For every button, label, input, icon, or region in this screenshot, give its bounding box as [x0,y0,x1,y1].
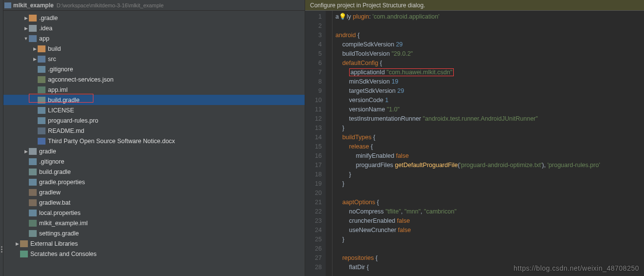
line-number: 22 [305,207,322,216]
tree-item[interactable]: local.properties [3,208,305,218]
code-line[interactable]: useNewCruncher false [335,226,602,235]
tree-item[interactable]: proguard-rules.pro [3,115,305,126]
code-line[interactable]: repositories { [335,254,602,263]
code-line[interactable]: versionCode 1 [335,96,602,105]
code-line[interactable]: cruncherEnabled false [335,216,602,226]
line-number: 18 [305,170,322,179]
tree-item-label: .idea [39,25,52,32]
code-line[interactable]: aaptOptions { [335,198,602,207]
project-tree[interactable]: ▶.gradle▶.idea▼app▶build▶src.gitignoreag… [3,11,305,276]
code-line[interactable]: noCompress "tflite", "mnn", "cambricon" [335,207,602,216]
code-line[interactable]: buildTypes { [335,133,602,142]
line-number-gutter: 1234567891011121314151617181920212223242… [305,11,326,276]
chevron-right-icon[interactable]: ▶ [23,149,29,154]
file-text-icon [38,117,45,124]
tree-item[interactable]: .gitignore [3,64,305,74]
tree-item-label: .gradle [39,15,58,21]
file-text-icon [29,210,37,216]
tree-item[interactable]: build.gradle [3,95,305,105]
tree-item[interactable]: ▶.gradle [3,13,305,23]
file-img-icon [38,86,45,93]
code-line[interactable]: flatDir { [335,263,602,272]
tree-item[interactable]: gradlew.bat [3,197,305,208]
tree-item[interactable]: ▶gradle [3,146,305,156]
code-line[interactable]: a💡ly plugin: 'com.android.application' [335,12,602,21]
code-line[interactable]: versionName "1.0" [335,105,602,114]
tree-item[interactable]: README.md [3,126,305,136]
tree-item[interactable]: ▶src [3,54,305,64]
code-line[interactable] [335,244,602,254]
chevron-down-icon[interactable]: ▼ [23,36,29,41]
tree-item[interactable]: settings.gradle [3,228,305,238]
tree-item-label: build.gradle [48,97,80,104]
code-line[interactable]: } [335,124,602,133]
tree-item-label: app [39,35,49,42]
folder-gray-icon [29,148,37,155]
banner-text: Configure project in Project Structure d… [310,2,425,9]
tree-item[interactable]: Scratches and Consoles [3,249,305,259]
tree-item[interactable]: gradlew [3,187,305,197]
tree-item[interactable]: ▼app [3,33,305,43]
tree-item[interactable]: build.gradle [3,167,305,177]
code-line[interactable]: } [335,170,602,179]
code-line[interactable]: release { [335,142,602,151]
tree-item-label: agconnect-services.json [48,76,113,83]
tree-item-label: .gitignore [39,158,64,165]
code-line[interactable]: } [335,235,602,244]
tree-item[interactable]: ▶build [3,43,305,54]
code-line[interactable]: defaultConfig { [335,59,602,68]
tree-item[interactable]: app.iml [3,85,305,95]
tree-item[interactable]: LICENSE [3,105,305,115]
code-line[interactable] [335,21,602,31]
chevron-right-icon[interactable]: ▶ [14,241,20,246]
line-number: 13 [305,124,322,133]
file-gradle-icon [29,169,37,175]
tree-item[interactable]: ▶.idea [3,23,305,33]
line-number: 3 [305,31,322,40]
line-number: 4 [305,40,322,49]
tree-item-label: Third Party Open Source Software Notice.… [48,138,175,145]
code-line[interactable]: applicationId "com.huawei.mlkit.csdn" [335,68,602,77]
tree-item-label: build [48,45,61,52]
line-number: 27 [305,254,322,263]
project-root-bar[interactable]: mlkit_example D:\workspace\mlkitdemo-3-1… [3,0,305,11]
tree-item-label: LICENSE [48,107,74,114]
folder-blue-icon [29,35,37,42]
line-number: 1 [305,12,322,21]
tree-item-label: Scratches and Consoles [30,251,97,257]
fold-strip[interactable] [326,11,333,276]
code-line[interactable]: targetSdkVersion 29 [335,86,602,96]
code-line[interactable]: minSdkVersion 19 [335,77,602,86]
chevron-right-icon[interactable]: ▶ [23,26,29,31]
chevron-right-icon[interactable]: ▶ [32,57,38,62]
line-number: 9 [305,86,322,96]
code-line[interactable] [335,189,602,198]
line-number: 19 [305,179,322,189]
left-tab-strip[interactable] [0,0,3,276]
code-line[interactable]: android { [335,31,602,40]
file-text-icon [29,158,37,165]
tree-item[interactable]: .gitignore [3,156,305,167]
tree-item-label: build.gradle [39,169,71,175]
editor-notification-banner[interactable]: Configure project in Project Structure d… [305,0,644,11]
code-line[interactable]: minifyEnabled false [335,151,602,161]
code-content[interactable]: a💡ly plugin: 'com.android.application' a… [333,11,602,276]
code-editor[interactable]: 1234567891011121314151617181920212223242… [305,11,644,276]
tree-item[interactable]: Third Party Open Source Software Notice.… [3,136,305,146]
file-img-icon [29,220,37,227]
line-number: 24 [305,226,322,235]
chevron-right-icon[interactable]: ▶ [32,46,38,51]
line-number: 12 [305,114,322,124]
code-line[interactable]: } [335,179,602,189]
code-line[interactable]: proguardFiles getDefaultProguardFile('pr… [335,161,602,170]
file-gradle-icon [38,97,45,104]
code-line[interactable]: buildToolsVersion "29.0.2" [335,49,602,59]
chevron-right-icon[interactable]: ▶ [23,16,29,21]
tree-item[interactable]: gradle.properties [3,177,305,187]
tree-item-label: gradle [39,148,56,155]
tree-item[interactable]: agconnect-services.json [3,74,305,85]
code-line[interactable]: testInstrumentationRunner "androidx.test… [335,114,602,124]
tree-item[interactable]: ▶External Libraries [3,238,305,249]
code-line[interactable]: compileSdkVersion 29 [335,40,602,49]
tree-item[interactable]: mlkit_example.iml [3,218,305,228]
